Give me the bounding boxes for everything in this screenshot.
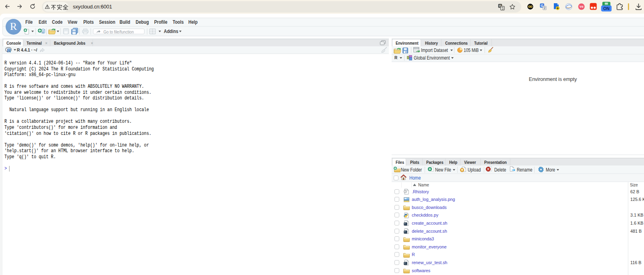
svg-text:Vd: Vd (580, 5, 584, 8)
svg-text:R: R (7, 48, 11, 53)
svg-text:R: R (42, 31, 44, 34)
svg-text:ON: ON (603, 6, 610, 11)
